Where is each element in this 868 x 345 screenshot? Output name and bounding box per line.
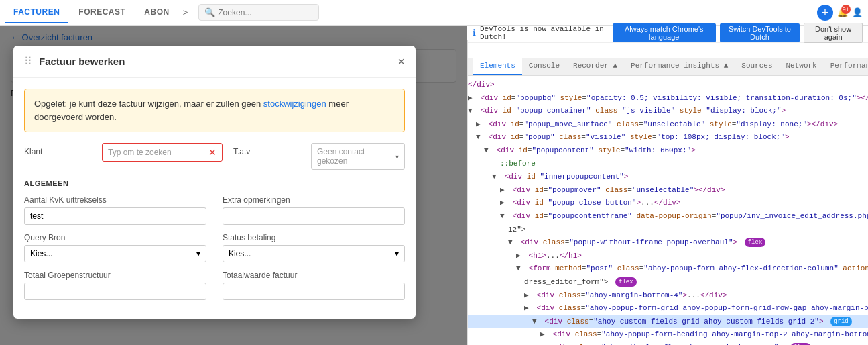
devtools-notification-bar: ℹ DevTools is now available in Dutch! Al… [467, 26, 868, 40]
modal-title: Factuur bewerken [39, 56, 125, 67]
nav-tab-abon[interactable]: ABON [136, 2, 177, 23]
tab-performance-insights[interactable]: Performance insights ▲ [624, 58, 735, 75]
add-button[interactable]: + [817, 5, 833, 21]
clear-icon[interactable]: ✕ [208, 147, 216, 158]
field-totaalwaarde-factuur: Totaalwaarde factuur [223, 270, 405, 300]
search-box[interactable]: 🔍 [198, 4, 319, 21]
tree-node-19[interactable]: ▶ <div class="ahoy-popup-form-heading ah… [468, 328, 868, 342]
modal: ⠿ Factuur bewerken × Opgelet: je kunt de… [13, 46, 416, 319]
query-bron-value: Kies... [30, 249, 52, 258]
tree-node-18[interactable]: ▼ <div class="ahoy-custom-fields-grid ah… [468, 315, 868, 329]
klant-input[interactable]: Typ om te zoeken ✕ [102, 143, 223, 162]
field-label-status-betaling: Status betaling [223, 233, 405, 242]
devtools-tree: </div> ▶ <div id="popupbg" style="opacit… [468, 76, 868, 345]
field-query-bron: Query Bron Kies... ▾ [24, 233, 206, 262]
top-nav: FACTUREN FORECAST ABON > 🔍 + 🔔 9+ 👤 [0, 0, 868, 26]
field-input-totaal-groepenstructuur[interactable] [24, 283, 206, 300]
tab-console[interactable]: Console [522, 58, 566, 75]
tab-sources[interactable]: Sources [735, 58, 779, 75]
form-two-col: Aantal KvK uittrekselss Extra opmerkinge… [24, 195, 405, 308]
info-icon: ℹ [473, 28, 476, 38]
left-panel: ← Overzicht facturen Info ⋮ Opmerkingen … [0, 26, 467, 345]
tree-node-13[interactable]: ▶ <h1>...</h1> [468, 250, 868, 263]
tree-node-3[interactable]: ▶ <div id="popup_move_surface" class="un… [468, 118, 868, 132]
field-label-totaalwaarde-factuur: Totaalwaarde factuur [223, 270, 405, 280]
tree-node-2[interactable]: ▼ <div id="popup-container" class="js-vi… [468, 105, 868, 118]
field-totaal-groepenstructuur: Totaal Groepenstructuur [24, 270, 206, 300]
klant-placeholder: Typ om te zoeken [108, 148, 172, 157]
field-extra-opmerkingen: Extra opmerkingen [223, 195, 405, 225]
devtools-panel: ℹ DevTools is now available in Dutch! Al… [467, 26, 868, 345]
nav-more-button[interactable]: > [180, 5, 191, 20]
tree-node-17[interactable]: ▶ <div class="ahoy-popup-form-grid ahoy-… [468, 302, 868, 315]
tree-node-10[interactable]: ▼ <div id="popupcontentframe" data-popup… [468, 210, 868, 224]
modal-header: ⠿ Factuur bewerken × [13, 46, 416, 78]
tree-node-0[interactable]: </div> [468, 79, 868, 92]
tav-select-wrap: Geen contact gekozen ▾ [311, 143, 405, 170]
tree-node-11[interactable]: 12"> [468, 224, 868, 237]
nav-actions: + 🔔 9+ 👤 [817, 5, 863, 21]
klant-label: Klant [24, 143, 91, 156]
klant-row: Klant Typ om te zoeken ✕ T.a.v Geen cont… [24, 143, 405, 170]
always-match-language-button[interactable]: Always match Chrome's language [613, 23, 716, 42]
dont-show-again-button[interactable]: Don't show again [804, 23, 863, 43]
field-label-extra-opmerkingen: Extra opmerkingen [223, 195, 405, 205]
warning-text-part1: Opgelet: je kunt deze factuur wijzigen, … [34, 99, 263, 109]
tree-node-4[interactable]: ▼ <div id="popup" class="visible" style=… [468, 131, 868, 144]
search-icon: 🔍 [204, 7, 215, 17]
notification-count: 9+ [841, 5, 851, 14]
tree-node-20[interactable]: ▼ <div class="ahoy-display-flex ahoy-mar… [468, 342, 868, 345]
devtools-bar-text: DevTools is now available in Dutch! [480, 25, 609, 41]
tree-node-5[interactable]: ▼ <div id="popupcontent" style="width: 6… [468, 144, 868, 158]
chevron-down-icon: ▾ [395, 153, 399, 160]
klant-input-wrap: Typ om te zoeken ✕ [102, 143, 223, 162]
tab-recorder[interactable]: Recorder ▲ [566, 58, 624, 75]
tree-node-12[interactable]: ▼ <div class="popup-without-iframe popup… [468, 236, 868, 250]
main-layout: ← Overzicht facturen Info ⋮ Opmerkingen … [0, 26, 868, 345]
field-aantal-kvk: Aantal KvK uittrekselss [24, 195, 206, 225]
field-label-totaal-groepenstructuur: Totaal Groepenstructuur [24, 270, 206, 280]
tree-node-8[interactable]: ▶ <div id="popupmover" class="unselectab… [468, 184, 868, 197]
tree-node-6[interactable]: ::before [468, 158, 868, 171]
tab-performance[interactable]: Performance [824, 58, 868, 75]
status-betaling-select[interactable]: Kies... ▾ [223, 245, 405, 262]
tree-node-16[interactable]: ▶ <div class="ahoy-margin-bottom-4">...<… [468, 289, 868, 303]
nav-tab-facturen[interactable]: FACTUREN [5, 2, 68, 23]
field-status-betaling: Status betaling Kies... ▾ [223, 233, 405, 262]
field-input-extra-opmerkingen[interactable] [223, 207, 405, 225]
nav-tab-forecast[interactable]: FORECAST [70, 2, 133, 23]
tree-node-9[interactable]: ▶ <div id="popup-close-button">...</div> [468, 197, 868, 210]
status-betaling-value: Kies... [229, 249, 251, 258]
drag-icon: ⠿ [24, 55, 32, 68]
query-bron-chevron-icon: ▾ [196, 249, 200, 258]
notification-bell[interactable]: 🔔 9+ [837, 7, 848, 17]
query-bron-select[interactable]: Kies... ▾ [24, 245, 206, 262]
devtools-tabs: Elements Console Recorder ▲ Performance … [468, 58, 868, 76]
tree-node-15[interactable]: dress_editor_form"> flex [468, 276, 868, 289]
tab-elements[interactable]: Elements [473, 58, 522, 75]
search-input[interactable] [218, 8, 313, 17]
warning-link[interactable]: stockwijzigingen [263, 99, 326, 109]
tree-node-7[interactable]: ▼ <div id="innerpopupcontent"> [468, 170, 868, 184]
tav-label: T.a.v [233, 143, 300, 156]
field-label-aantal-kvk: Aantal KvK uittrekselss [24, 195, 206, 205]
field-input-totaalwaarde-factuur[interactable] [223, 283, 405, 300]
tree-node-14[interactable]: ▼ <form method="post" class="ahoy-popup-… [468, 262, 868, 276]
switch-devtools-dutch-button[interactable]: Switch DevTools to Dutch [720, 23, 800, 42]
tab-network[interactable]: Network [780, 58, 824, 75]
status-betaling-chevron-icon: ▾ [395, 249, 399, 258]
field-label-query-bron: Query Bron [24, 233, 206, 242]
modal-title-row: ⠿ Factuur bewerken [24, 55, 125, 68]
warning-alert: Opgelet: je kunt deze factuur wijzigen, … [24, 89, 405, 132]
algemeen-section-header: ALGEMEEN [24, 179, 405, 187]
modal-body: Opgelet: je kunt deze factuur wijzigen, … [13, 78, 416, 319]
field-input-aantal-kvk[interactable] [24, 207, 206, 225]
modal-overlay: ⠿ Factuur bewerken × Opgelet: je kunt de… [0, 26, 467, 345]
user-icon[interactable]: 👤 [852, 7, 863, 17]
modal-close-button[interactable]: × [397, 56, 405, 68]
tav-select-text: Geen contact gekozen [317, 147, 395, 166]
tree-node-1[interactable]: ▶ <div id="popupbg" style="opacity: 0.5;… [468, 92, 868, 105]
tav-select[interactable]: Geen contact gekozen ▾ [311, 143, 405, 170]
